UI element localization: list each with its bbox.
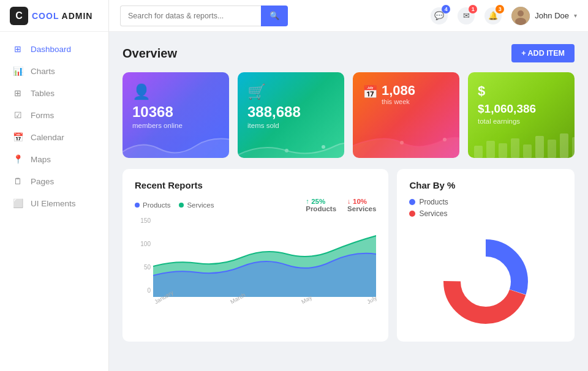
legend-dots: Products Services <box>135 201 214 209</box>
svg-rect-13 <box>523 144 532 158</box>
sidebar-item-dashboard[interactable]: ⊞ Dashboard <box>0 38 108 60</box>
overview-title: Overview <box>123 47 177 61</box>
earnings-label: total earnings <box>478 118 565 125</box>
chat-badge: 4 <box>442 5 450 13</box>
svg-rect-11 <box>499 143 507 158</box>
y-axis: 150 100 50 0 <box>135 217 151 306</box>
sidebar-nav: ⊞ Dashboard 📊 Charts ⊞ Tables ☑ Forms 📅 … <box>0 32 108 371</box>
maps-icon: 📍 <box>12 154 23 164</box>
content: Overview + ADD ITEM 👤 10368 members onli… <box>109 32 588 371</box>
chart-meta: Products Services ↑ 25% Products <box>135 198 376 212</box>
add-item-button[interactable]: + ADD ITEM <box>511 44 575 62</box>
svg-rect-15 <box>548 140 556 158</box>
sidebar-item-forms[interactable]: ☑ Forms <box>0 104 108 126</box>
services-dot <box>179 203 184 208</box>
stat-card-week: 📅 1,086 this week <box>353 72 459 158</box>
svg-point-4 <box>322 145 325 149</box>
forms-icon: ☑ <box>12 110 23 120</box>
week-number: 1,086 <box>382 83 415 98</box>
email-badge: 1 <box>469 5 477 13</box>
pages-icon: 🗒 <box>12 176 23 186</box>
recent-reports-panel: Recent Reports Products Services <box>123 169 388 342</box>
y-label-0: 0 <box>147 287 151 294</box>
email-icon-wrap[interactable]: ✉ 1 <box>458 7 475 24</box>
legend-products: Products <box>135 201 170 209</box>
sidebar-item-charts[interactable]: 📊 Charts <box>0 60 108 82</box>
members-number: 10368 <box>132 104 219 120</box>
sidebar-item-tables[interactable]: ⊞ Tables <box>0 82 108 104</box>
items-number: 388,688 <box>247 104 334 120</box>
svg-point-20 <box>462 258 509 305</box>
products-stat: ↑ 25% Products <box>306 198 336 212</box>
logo: C COOL ADMIN <box>0 0 108 32</box>
stats-row: ↑ 25% Products ↓ 10% Services <box>306 198 376 212</box>
chat-icon-wrap[interactable]: 💬 4 <box>431 7 448 24</box>
user-chevron-icon: ▾ <box>574 12 577 19</box>
sidebar-item-maps[interactable]: 📍 Maps <box>0 148 108 170</box>
svg-point-3 <box>285 149 288 152</box>
avatar <box>511 7 530 25</box>
items-wave <box>238 127 344 158</box>
donut-chart-svg <box>437 233 535 331</box>
products-dot <box>135 203 140 208</box>
legend-services: Services <box>179 201 214 209</box>
donut-legend-services: Services <box>409 209 562 218</box>
logo-text: COOL ADMIN <box>32 11 92 21</box>
bottom-panels: Recent Reports Products Services <box>123 169 575 342</box>
svg-rect-14 <box>535 136 544 158</box>
week-wave <box>353 127 459 158</box>
sidebar-item-calendar[interactable]: 📅 Calendar <box>0 126 108 148</box>
x-labels: January March May July <box>153 297 376 306</box>
user-avatar-wrap[interactable]: John Doe ▾ <box>511 7 577 25</box>
svg-rect-16 <box>560 133 568 158</box>
search-bar: 🔍 <box>120 6 316 26</box>
donut-products-dot <box>409 199 415 205</box>
dashboard-icon: ⊞ <box>12 44 23 54</box>
recent-reports-title: Recent Reports <box>135 180 376 190</box>
calendar-icon: 📅 <box>12 132 23 142</box>
search-input[interactable] <box>120 6 261 26</box>
charts-icon: 📊 <box>12 66 23 76</box>
donut-legend-products: Products <box>409 198 562 206</box>
svg-point-6 <box>400 141 404 144</box>
chart-by-percent-panel: Char By % Products Services <box>397 169 575 342</box>
header-right: 💬 4 ✉ 1 🔔 3 John Doe <box>431 7 577 25</box>
stat-card-members: 👤 10368 members online <box>123 72 229 158</box>
donut-chart-wrap <box>409 227 562 331</box>
stat-card-items: 🛒 388,688 items sold <box>238 72 344 158</box>
tables-icon: ⊞ <box>12 88 23 98</box>
earnings-number: $1,060,386 <box>478 103 565 116</box>
chart-area: January March May July <box>153 217 376 306</box>
svg-point-7 <box>443 138 447 141</box>
bell-icon-wrap[interactable]: 🔔 3 <box>484 7 502 24</box>
donut-services-dot <box>409 211 415 217</box>
user-name: John Doe <box>535 11 569 20</box>
avatar-image <box>511 7 530 25</box>
bell-badge: 3 <box>496 5 504 13</box>
calendar-stat-icon: 📅 <box>363 84 378 99</box>
y-label-100: 100 <box>140 241 151 247</box>
overview-header: Overview + ADD ITEM <box>123 44 575 62</box>
area-chart-svg <box>153 217 376 297</box>
y-label-50: 50 <box>144 264 151 271</box>
sidebar-item-pages[interactable]: 🗒 Pages <box>0 170 108 192</box>
earnings-bars <box>468 127 575 158</box>
svg-rect-9 <box>474 146 483 158</box>
svg-rect-17 <box>572 137 575 158</box>
stat-card-earnings: $ $1,060,386 total earnings <box>468 72 575 158</box>
y-label-150: 150 <box>140 217 151 224</box>
items-icon: 🛒 <box>247 83 334 100</box>
sidebar: C COOL ADMIN ⊞ Dashboard 📊 Charts ⊞ Tabl… <box>0 0 109 371</box>
members-wave <box>123 127 229 158</box>
area-chart-container: 150 100 50 0 <box>135 217 376 306</box>
chart-by-percent-title: Char By % <box>409 180 562 190</box>
svg-point-1 <box>518 10 524 17</box>
stat-cards: 👤 10368 members online 🛒 388,688 items s… <box>123 72 575 158</box>
week-sub: this week <box>382 98 415 105</box>
sidebar-item-ui-elements[interactable]: ⬜ UI Elements <box>0 192 108 214</box>
donut-legend: Products Services <box>409 198 562 218</box>
search-button[interactable]: 🔍 <box>261 6 288 26</box>
logo-icon: C <box>10 7 28 25</box>
earnings-icon: $ <box>478 83 565 99</box>
members-icon: 👤 <box>132 83 219 100</box>
